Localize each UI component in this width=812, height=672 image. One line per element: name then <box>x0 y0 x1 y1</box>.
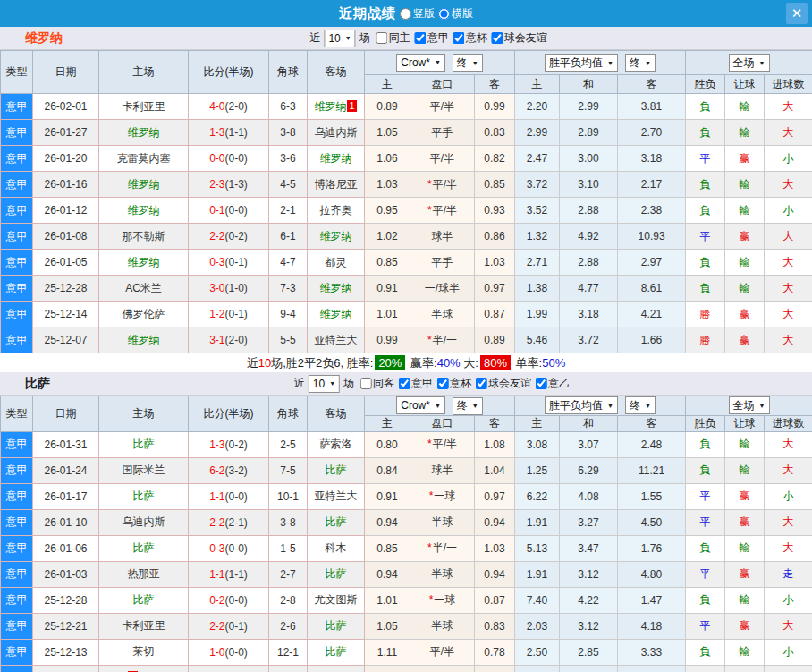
wdl-mean-dropdown[interactable]: 胜平负均值▼ <box>545 396 618 414</box>
corner-cell: 3-8 <box>269 120 308 146</box>
fulltime-score: 1-0 <box>209 646 224 659</box>
mean-draw-cell: 4.22 <box>560 587 618 613</box>
halftime-score: (3-2) <box>225 464 248 477</box>
fulltime-score: 4-0 <box>209 100 224 113</box>
filter-checkbox-意甲[interactable]: 意甲 <box>412 30 449 46</box>
sub-col-header-进球数: 进球数 <box>765 415 812 431</box>
filter-checkbox-同主[interactable]: 同主 <box>374 30 410 46</box>
mean-draw-cell: 3.00 <box>560 146 618 172</box>
sub-col-header-胜负: 胜负 <box>686 75 725 94</box>
halftime-score: (0-1) <box>225 620 248 633</box>
mean-home-cell: 2.20 <box>515 94 560 120</box>
fullmatch-dropdown[interactable]: 全场▼ <box>729 396 770 414</box>
sub-col-header-和: 和 <box>560 415 618 431</box>
team-text: 比萨 <box>326 464 347 476</box>
home-team-cell: 佛罗伦萨 <box>99 302 189 327</box>
goals-result-cell: 大 <box>765 613 812 639</box>
mean-home-cell: 2.03 <box>515 613 560 639</box>
filter-label-games: 场 <box>359 30 370 46</box>
handicap-result-cell: 輸 <box>725 250 765 276</box>
filter-checkbox-球会友谊[interactable]: 球会友谊 <box>489 30 547 46</box>
filter-checkbox-同客[interactable]: 同客 <box>358 376 394 391</box>
layout-radio-vertical[interactable]: 竖版 <box>400 6 435 21</box>
match-row: 意甲26-01-10乌迪内斯2-2(2-1)3-8比萨0.94半球0.941.9… <box>1 509 812 535</box>
goals-result-cell: 大 <box>765 94 812 120</box>
col-header-比分(半场): 比分(半场) <box>189 51 269 94</box>
star-mark: * <box>427 334 432 346</box>
checkbox-input[interactable] <box>376 32 388 44</box>
team-text: 博洛尼亚 <box>315 178 358 191</box>
team-text: 维罗纳 <box>128 204 160 217</box>
halftime-score: (0-0) <box>225 152 248 165</box>
mean-draw-cell: 2.88 <box>560 198 618 224</box>
col-header-日期: 日期 <box>33 51 99 94</box>
odds-home-cell: 0.99 <box>365 327 410 353</box>
date-cell: 25-12-14 <box>33 302 99 327</box>
filter-controls: 近10▼场同主意甲意杯球会友谊 <box>308 30 546 47</box>
bookmaker-dropdown[interactable]: Crow*▼ <box>396 396 445 414</box>
wdl-result-cell: 勝 <box>686 302 725 327</box>
wdl-mean-dropdown[interactable]: 胜平负均值▼ <box>545 54 618 72</box>
handicap-cell: 半球 <box>410 613 475 639</box>
corner-cell: 10-1 <box>269 483 308 509</box>
sub-col-header-盘口: 盘口 <box>410 75 475 94</box>
team-text: 萨索洛 <box>320 438 352 450</box>
corner-cell: 9-4 <box>269 302 308 327</box>
checkbox-input[interactable] <box>415 32 427 44</box>
dropdown-label: 10 <box>328 32 340 45</box>
handicap-result-cell: 輸 <box>725 198 765 224</box>
filter-checkbox-意杯[interactable]: 意杯 <box>451 30 487 46</box>
radio-input-vertical[interactable] <box>400 8 411 20</box>
mean-home-cell: 2.71 <box>515 250 560 276</box>
mean-home-cell: 3.72 <box>515 172 560 198</box>
filter-checkbox-意杯[interactable]: 意杯 <box>435 376 471 391</box>
checkbox-input[interactable] <box>399 378 410 389</box>
final-odds-dropdown[interactable]: 终▼ <box>625 396 656 414</box>
halftime-score: (0-0) <box>225 490 248 503</box>
league-cell: 意甲 <box>1 613 33 639</box>
sub-col-header-主: 主 <box>365 415 410 431</box>
score-cell: 1-1(0-0) <box>189 483 269 509</box>
league-cell: 意甲 <box>1 639 33 665</box>
match-count-dropdown[interactable]: 10▼ <box>324 30 355 47</box>
goals-result-cell: 小 <box>765 146 812 172</box>
final-odds-dropdown[interactable]: 终▼ <box>625 54 656 72</box>
handicap-cell: 半球 <box>410 302 475 327</box>
checkbox-input[interactable] <box>437 378 449 389</box>
goals-result-cell: 小 <box>765 198 812 224</box>
radio-input-horizontal[interactable] <box>438 8 450 20</box>
odds-away-cell: 1.03 <box>475 250 515 276</box>
filter-checkbox-球会友谊[interactable]: 球会友谊 <box>473 376 531 391</box>
final-odds-dropdown[interactable]: 终▼ <box>453 397 483 415</box>
final-odds-dropdown[interactable]: 终▼ <box>453 54 483 72</box>
checkbox-input[interactable] <box>360 378 372 389</box>
filter-checkbox-意乙[interactable]: 意乙 <box>533 376 570 391</box>
match-count-dropdown[interactable]: 10▼ <box>309 375 340 393</box>
away-team-cell: 萨索洛 <box>308 431 365 457</box>
score-cell: 0-3(0-0) <box>189 535 269 561</box>
corner-cell: 2-5 <box>269 431 308 457</box>
filter-label-near: 近 <box>309 30 320 46</box>
odds-away-cell: 0.94 <box>475 561 515 587</box>
checkbox-input[interactable] <box>536 378 547 389</box>
mean-away-cell: 2.38 <box>618 198 686 224</box>
checkbox-input[interactable] <box>453 32 465 44</box>
handicap-cell: 半球 <box>410 561 475 587</box>
close-icon[interactable]: ✕ <box>786 3 808 24</box>
handicap-result-cell: 赢 <box>725 509 765 535</box>
odds-away-cell: 0.97 <box>475 276 515 302</box>
home-team-cell: 维罗纳 <box>99 172 189 198</box>
checkbox-input[interactable] <box>476 378 487 389</box>
mean-home-cell: 1.25 <box>515 457 560 483</box>
fullmatch-dropdown[interactable]: 全场▼ <box>729 54 770 72</box>
wdl-result-cell: 負 <box>686 457 725 483</box>
sub-col-header-主: 主 <box>515 75 560 94</box>
layout-radio-horizontal[interactable]: 横版 <box>438 6 473 21</box>
col-header-比分(半场): 比分(半场) <box>189 396 269 432</box>
odds-home-cell: 1.01 <box>365 587 410 613</box>
checkbox-input[interactable] <box>492 32 503 44</box>
away-team-cell: 科木 <box>308 535 365 561</box>
bookmaker-dropdown[interactable]: Crow*▼ <box>396 54 445 72</box>
filter-checkbox-意甲[interactable]: 意甲 <box>396 376 433 391</box>
mean-away-cell: 3.81 <box>618 94 686 120</box>
